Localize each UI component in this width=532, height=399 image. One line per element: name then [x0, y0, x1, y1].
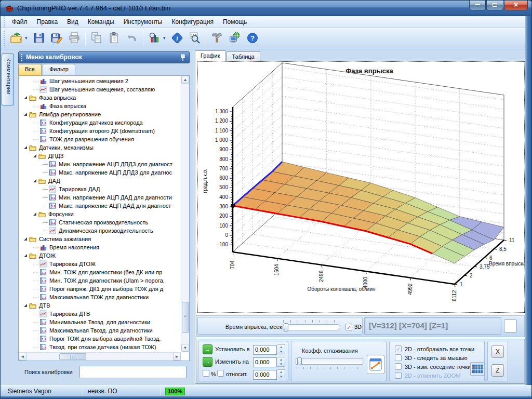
menu-item-Инструменты[interactable]: Инструменты: [119, 16, 167, 28]
tree-item[interactable]: 1.2Мин. напряжение АЦП ДПДЗ для диагност: [19, 160, 181, 168]
expander-icon[interactable]: [24, 304, 27, 307]
tree-folder[interactable]: ДПДЗ: [19, 152, 181, 160]
vscroll-thumb[interactable]: [182, 302, 189, 333]
tree-item[interactable]: 1.2Макс. напряжение АЦП ДПДЗ для диагнос: [19, 168, 181, 177]
percent-checkbox[interactable]: [203, 370, 209, 377]
scroll-left-button[interactable]: ◄: [19, 353, 26, 361]
tree-item[interactable]: Шаг уменьшения смещения, составляю: [19, 85, 181, 94]
tree-item[interactable]: 1.2Твозд. при отказе датчика (низкая ТОЖ…: [19, 343, 181, 351]
tab-filter[interactable]: Фильтр: [43, 64, 75, 75]
interpolate-button[interactable]: [367, 355, 384, 374]
relative-checkbox[interactable]: [217, 370, 224, 377]
tab-comments[interactable]: Комментарии: [2, 54, 14, 105]
expander-icon[interactable]: [33, 179, 36, 182]
expander-icon[interactable]: [33, 212, 36, 216]
expander-icon[interactable]: [24, 254, 27, 257]
relative-input[interactable]: [253, 370, 277, 380]
tree-item[interactable]: Время накопления: [19, 243, 181, 251]
save-as-button[interactable]: [48, 30, 65, 46]
tab-graph[interactable]: График: [195, 50, 226, 61]
menu-item-Помощь[interactable]: Помощь: [218, 16, 251, 28]
tree-folder[interactable]: ДАД: [19, 177, 181, 185]
tree-item[interactable]: 1.2Мин. ТОЖ для диагностики (Ulam > поро…: [19, 276, 181, 285]
tree-item[interactable]: 1.2Конфигурация второго ДК (downstream): [19, 127, 181, 135]
expander-icon[interactable]: [24, 96, 27, 99]
spinner-arrows[interactable]: ▲▼: [277, 369, 285, 379]
option-checkbox[interactable]: [395, 354, 402, 361]
slider-thumb[interactable]: [284, 323, 288, 331]
z-axis-button[interactable]: Z: [491, 364, 504, 377]
tab-all[interactable]: Все: [18, 64, 42, 75]
paste-button[interactable]: [106, 30, 123, 46]
minimize-button[interactable]: [469, 1, 486, 10]
close-button[interactable]: ×: [504, 1, 528, 10]
tree-horizontal-scrollbar[interactable]: ◄ | | | ►: [19, 352, 181, 361]
tree-item[interactable]: 1.2Макс. напряжение АЦП ДАД для диагност: [19, 202, 181, 210]
tree-folder[interactable]: Лямбда-регулирование: [19, 110, 181, 118]
set-value-button[interactable]: →: [203, 344, 212, 354]
tree-folder[interactable]: Фаза впрыска: [19, 94, 181, 102]
expander-icon[interactable]: [24, 146, 27, 149]
title-bar[interactable]: ChipTuningPRO ver.7.4.7.964 - caLF1010 L…: [1, 1, 532, 16]
tree-item[interactable]: 1.2Мин. ТОЖ для диагностики (без ДК или …: [19, 268, 181, 276]
surface-chart[interactable]: 1 3001 2001 1001 00090080070060050040030…: [197, 61, 525, 313]
pin-icon[interactable]: [180, 54, 186, 61]
maximize-button[interactable]: [486, 1, 503, 10]
tree-folder[interactable]: Форсунки: [19, 210, 181, 218]
menu-item-Файл[interactable]: Файл: [7, 16, 32, 28]
tools-button[interactable]: [209, 30, 225, 46]
tree-folder[interactable]: Датчики, механизмы: [19, 143, 181, 152]
help-button[interactable]: ?: [244, 30, 261, 46]
save-button[interactable]: [31, 30, 47, 46]
menu-item-Вид[interactable]: Вид: [62, 16, 83, 28]
chart-view-button[interactable]: [146, 30, 163, 46]
copy-button[interactable]: [88, 30, 105, 46]
smoothing-slider[interactable]: [296, 358, 363, 365]
injection-time-slider[interactable]: [282, 324, 340, 330]
undo-button[interactable]: [124, 30, 140, 46]
menu-item-Команды[interactable]: Команды: [83, 16, 119, 28]
tree-item[interactable]: Шаг уменьшения смещения 2: [19, 77, 181, 85]
network-button[interactable]: [227, 30, 243, 46]
smoothing-thumb[interactable]: [297, 357, 302, 365]
menu-item-Правка[interactable]: Правка: [32, 16, 63, 28]
hscroll-thumb[interactable]: | | |: [59, 353, 86, 360]
tree-item[interactable]: 1.2Статическая производительность: [19, 218, 181, 227]
print-button[interactable]: [66, 30, 83, 46]
tree-item[interactable]: 1.2Максимальная Твозд. для диагностики: [19, 326, 181, 335]
dropdown-caret-icon[interactable]: ▾: [163, 35, 168, 41]
option-checkbox[interactable]: [395, 363, 402, 370]
3d-checkbox[interactable]: ✓: [345, 324, 352, 330]
expander-icon[interactable]: [33, 154, 36, 157]
tree-folder[interactable]: ДТВ: [19, 301, 181, 310]
tree-item[interactable]: 1.2ТОЖ для разрешения обучения: [19, 135, 181, 143]
option-checkbox[interactable]: [395, 372, 402, 379]
tree-item[interactable]: Тарировка ДАД: [19, 185, 181, 193]
tree-item[interactable]: 1.2Максимальная ТОЖ для диагностики: [19, 293, 181, 301]
info-button[interactable]: i: [169, 30, 185, 46]
spinner-arrows[interactable]: ▲▼: [277, 344, 285, 354]
spinner-arrows[interactable]: ▲▼: [277, 357, 285, 367]
tree-item[interactable]: Тарировка ДТВ: [19, 310, 181, 318]
search-input[interactable]: [79, 366, 187, 378]
scroll-up-button[interactable]: ▲: [181, 76, 189, 84]
tree-item[interactable]: Динамическая производительность: [19, 227, 181, 235]
tree-item[interactable]: 1.2Конфигурация датчиков кислорода: [19, 118, 181, 127]
expander-icon[interactable]: [24, 113, 27, 116]
zoom-button[interactable]: 110: [187, 30, 203, 46]
scroll-down-button[interactable]: ▼: [181, 344, 189, 352]
expander-icon[interactable]: [24, 237, 27, 241]
tree-item[interactable]: Фаза впрыска: [19, 102, 181, 110]
tree-item[interactable]: 1.2Порог ТОЖ для выбора аварийной Твозд.: [19, 335, 181, 343]
menu-item-Конфигурация[interactable]: Конфигурация: [167, 16, 218, 28]
open-file-button[interactable]: [8, 30, 24, 46]
set-value-input[interactable]: [253, 345, 277, 355]
panel-corner-button[interactable]: [504, 320, 517, 332]
tree-item[interactable]: Тарировка ДТОЖ: [19, 260, 181, 268]
calibration-panel-header[interactable]: Меню калибровок: [18, 51, 190, 63]
tab-table[interactable]: Таблица: [227, 51, 260, 61]
dropdown-caret-icon[interactable]: ▾: [25, 35, 30, 41]
tree-item[interactable]: 1.2Мин. напряжение АЦП ДАД для диагности: [19, 193, 181, 202]
change-value-input[interactable]: [253, 357, 277, 367]
grid-table-icon[interactable]: [470, 362, 485, 376]
